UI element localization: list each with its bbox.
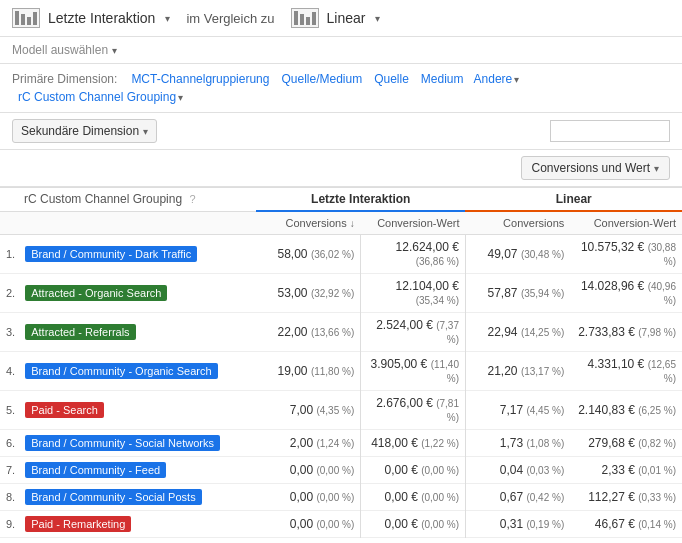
row-conv2: 22,94 (14,25 %): [465, 313, 570, 352]
compare-text: im Vergleich zu: [186, 11, 274, 26]
row-num: 2.: [0, 274, 19, 313]
row-val1: 12.104,00 € (35,34 %): [361, 274, 466, 313]
val1-main: 12.104,00 €: [396, 279, 459, 293]
conv1-sort-icon: ↓: [350, 218, 355, 229]
svg-rect-5: [300, 14, 304, 25]
table-body: 1. Brand / Community - Dark Traffic 58,0…: [0, 235, 682, 538]
tab-andere[interactable]: Andere ▾: [470, 70, 524, 88]
model1-name: Letzte Interaktion: [48, 10, 155, 26]
val2-pct: (0,33 %): [638, 492, 676, 503]
row-num: 3.: [0, 313, 19, 352]
conv2-main: 0,31: [500, 517, 523, 531]
row-num: 4.: [0, 352, 19, 391]
val1-pct: (7,37 %): [436, 320, 459, 345]
row-conv2: 0,67 (0,42 %): [465, 484, 570, 511]
group1-header: Letzte Interaktion: [256, 188, 466, 212]
table-row: 3. Attracted - Referrals 22,00 (13,66 %)…: [0, 313, 682, 352]
channel-badge[interactable]: Paid - Remarketing: [25, 516, 131, 532]
channel-badge[interactable]: Paid - Search: [25, 402, 104, 418]
conv2-main: 0,04: [500, 463, 523, 477]
channel-badge[interactable]: Attracted - Organic Search: [25, 285, 167, 301]
group2-label: Linear: [556, 192, 592, 206]
val1-pct: (1,22 %): [421, 438, 459, 449]
val2-pct: (0,82 %): [638, 438, 676, 449]
conv1-main: 2,00: [290, 436, 313, 450]
channel-badge[interactable]: Brand / Community - Dark Traffic: [25, 246, 197, 262]
secondary-dim-arrow: ▾: [143, 126, 148, 137]
channel-help-icon[interactable]: ?: [189, 193, 195, 205]
val1-pct: (11,40 %): [431, 359, 459, 384]
group2-header: Linear: [465, 188, 682, 212]
conv1-pct: (0,00 %): [316, 519, 354, 530]
conv2-pct: (0,19 %): [526, 519, 564, 530]
val2-main: 112,27 €: [588, 490, 635, 504]
channel-badge[interactable]: Brand / Community - Feed: [25, 462, 166, 478]
svg-rect-7: [312, 12, 316, 25]
col-conv1-header[interactable]: Conversions ↓: [256, 211, 361, 235]
tab-quelle-medium[interactable]: Quelle/Medium: [275, 70, 368, 88]
channel-badge[interactable]: Brand / Community - Social Posts: [25, 489, 201, 505]
table-col-header: Conversions ↓ Conversion-Wert Conversion…: [0, 211, 682, 235]
conversions-wert-button[interactable]: Conversions und Wert ▾: [521, 156, 671, 180]
val1-pct: (0,00 %): [421, 465, 459, 476]
conv2-pct: (14,25 %): [521, 327, 564, 338]
conv1-main: 53,00: [278, 286, 308, 300]
model1-dropdown-arrow[interactable]: ▾: [165, 13, 170, 24]
secondary-dimension-label: Sekundäre Dimension: [21, 124, 139, 138]
col-conv2-header[interactable]: Conversions: [465, 211, 570, 235]
channel-badge[interactable]: Brand / Community - Social Networks: [25, 435, 220, 451]
row-conv1: 53,00 (32,92 %): [256, 274, 361, 313]
col-val1-header[interactable]: Conversion-Wert: [361, 211, 466, 235]
search-input[interactable]: [550, 120, 670, 142]
row-num: 1.: [0, 235, 19, 274]
row-conv1: 22,00 (13,66 %): [256, 313, 361, 352]
model2-dropdown-arrow[interactable]: ▾: [375, 13, 380, 24]
val2-main: 14.028,96 €: [581, 279, 644, 293]
val1-pct: (0,00 %): [421, 492, 459, 503]
row-conv1: 0,00 (0,00 %): [256, 484, 361, 511]
conv2-main: 1,73: [500, 436, 523, 450]
val2-pct: (6,25 %): [638, 405, 676, 416]
row-conv2: 0,31 (0,19 %): [465, 511, 570, 538]
val1-pct: (7,81 %): [436, 398, 459, 423]
col-channel-sub: [19, 211, 256, 235]
conv1-pct: (13,66 %): [311, 327, 354, 338]
conv2-main: 0,67: [500, 490, 523, 504]
model-select-arrow[interactable]: ▾: [112, 45, 117, 56]
conv1-main: 0,00: [290, 463, 313, 477]
row-channel: Attracted - Organic Search: [19, 274, 256, 313]
row-val2: 14.028,96 € (40,96 %): [570, 274, 682, 313]
tab-rc-custom[interactable]: rC Custom Channel Grouping ▾: [12, 88, 189, 106]
col-val2-header[interactable]: Conversion-Wert: [570, 211, 682, 235]
val2-main: 46,67 €: [595, 517, 635, 531]
conv1-pct: (1,24 %): [316, 438, 354, 449]
channel-badge[interactable]: Attracted - Referrals: [25, 324, 135, 340]
conv1-pct: (11,80 %): [311, 366, 354, 377]
row-val1: 3.905,00 € (11,40 %): [361, 352, 466, 391]
val1-main: 12.624,00 €: [396, 240, 459, 254]
row-channel: Brand / Community - Dark Traffic: [19, 235, 256, 274]
group1-label: Letzte Interaktion: [311, 192, 410, 206]
row-channel: Paid - Remarketing: [19, 511, 256, 538]
row-channel: Attracted - Referrals: [19, 313, 256, 352]
tab-medium[interactable]: Medium: [415, 70, 470, 88]
secondary-dimension-button[interactable]: Sekundäre Dimension ▾: [12, 119, 157, 143]
conv1-main: 0,00: [290, 517, 313, 531]
conv2-pct: (30,48 %): [521, 249, 564, 260]
secondary-dimension-row: Sekundäre Dimension ▾: [0, 113, 682, 150]
tab-mct-channelgruppierung[interactable]: MCT-Channelgruppierung: [125, 70, 275, 88]
row-conv2: 0,04 (0,03 %): [465, 457, 570, 484]
tab-quelle[interactable]: Quelle: [368, 70, 415, 88]
svg-rect-0: [15, 11, 19, 25]
svg-rect-3: [33, 12, 37, 25]
data-table: rC Custom Channel Grouping ? Letzte Inte…: [0, 187, 682, 538]
row-val2: 2.140,83 € (6,25 %): [570, 391, 682, 430]
row-val2: 279,68 € (0,82 %): [570, 430, 682, 457]
val1-pct: (36,86 %): [416, 256, 459, 267]
channel-badge[interactable]: Brand / Community - Organic Search: [25, 363, 217, 379]
row-val1: 418,00 € (1,22 %): [361, 430, 466, 457]
row-conv1: 0,00 (0,00 %): [256, 511, 361, 538]
val2-main: 2,33 €: [601, 463, 634, 477]
conv2-pct: (4,45 %): [526, 405, 564, 416]
val2-main: 10.575,32 €: [581, 240, 644, 254]
